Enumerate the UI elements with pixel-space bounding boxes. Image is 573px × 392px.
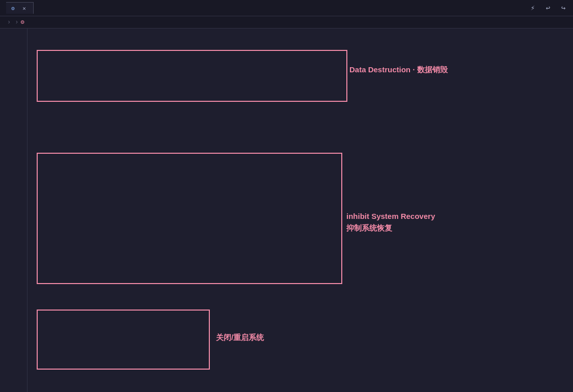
annotation-label-shutdown: 关闭/重启系统: [216, 333, 264, 343]
line-numbers: [0, 29, 28, 392]
breadcrumb-sep-1: ›: [7, 19, 11, 26]
action-btn-3[interactable]: ↪: [558, 3, 569, 14]
annotation-box-data-destruction: [37, 50, 347, 102]
tab-close-button[interactable]: ✕: [21, 5, 28, 12]
title-bar: ⚙ ✕ ⚡ ↩ ↪: [0, 0, 573, 16]
annotation-label-data-destruction: Data Destruction · 数据销毁: [349, 65, 448, 75]
tab-windows-index[interactable]: ⚙ ✕: [6, 2, 34, 14]
action-btn-1[interactable]: ⚡: [527, 3, 538, 14]
breadcrumb-sep-2: ›: [15, 19, 18, 26]
annotation-box-shutdown: [37, 310, 210, 370]
title-bar-actions: ⚡ ↩ ↪: [527, 3, 569, 14]
annotation-label-inhibit: inhibit System Recovery抑制系统恢复: [346, 211, 435, 234]
yaml-icon: ⚙: [11, 5, 15, 12]
editor: Data Destruction · 数据销毁 inhibit System R…: [0, 29, 573, 392]
breadcrumb: › › ⚙: [0, 16, 573, 29]
tab-area: ⚙ ✕: [6, 2, 34, 14]
code-area: Data Destruction · 数据销毁 inhibit System R…: [37, 29, 573, 392]
action-btn-2[interactable]: ↩: [542, 3, 554, 14]
gutter: [28, 29, 37, 392]
annotation-box-inhibit: [37, 153, 342, 284]
breadcrumb-yaml-icon: ⚙: [20, 18, 24, 26]
